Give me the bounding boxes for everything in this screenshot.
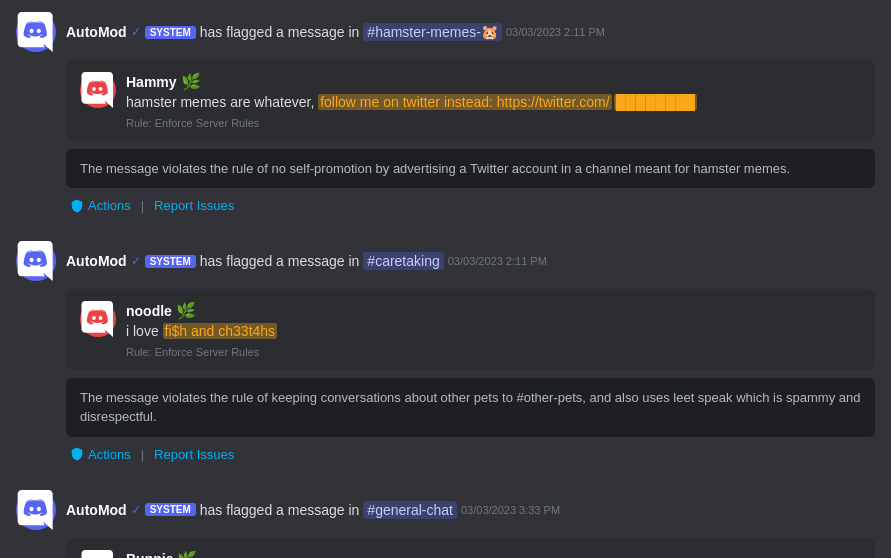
rule-label: Rule: Enforce Server Rules — [126, 117, 861, 129]
message-group-1: AutoMod✓SYSTEMhas flagged a message in#h… — [0, 0, 891, 229]
automod-name: AutoMod — [66, 502, 127, 518]
messages-list: AutoMod✓SYSTEMhas flagged a message in#h… — [0, 0, 891, 558]
system-badge: SYSTEM — [145, 255, 196, 268]
actions-row: Actions|Report Issues — [66, 196, 875, 229]
flag-text: has flagged a message in — [200, 24, 360, 40]
rule-label: Rule: Enforce Server Rules — [126, 346, 861, 358]
user-avatar — [80, 550, 116, 558]
verified-icon: ✓ — [131, 254, 141, 268]
channel-mention[interactable]: #general-chat — [363, 501, 457, 519]
redacted-text: ████████ — [614, 94, 697, 110]
channel-mention[interactable]: #caretaking — [363, 252, 443, 270]
message-content: Bunnie🌿햄찌들 다 죽이자!Rule: Enforce Server Ru… — [126, 550, 861, 558]
automod-avatar — [16, 490, 56, 530]
automod-name: AutoMod — [66, 24, 127, 40]
automod-avatar — [16, 241, 56, 281]
system-badge: SYSTEM — [145, 503, 196, 516]
leaf-badge: 🌿 — [181, 72, 201, 91]
automod-name: AutoMod — [66, 253, 127, 269]
message-content: Hammy🌿hamster memes are whatever, follow… — [126, 72, 861, 129]
message-group-2: AutoMod✓SYSTEMhas flagged a message in#c… — [0, 229, 891, 478]
username: noodle — [126, 303, 172, 319]
flagged-text: i love fi$h and ch33t4hs — [126, 322, 861, 342]
channel-mention[interactable]: #hamster-memes-🐹 — [363, 23, 502, 41]
separator: | — [141, 447, 144, 462]
actions-button[interactable]: Actions — [66, 196, 135, 215]
timestamp: 03/03/2023 3:33 PM — [461, 504, 560, 516]
message-group-3: AutoMod✓SYSTEMhas flagged a message in#g… — [0, 478, 891, 558]
violation-description: The message violates the rule of no self… — [66, 149, 875, 189]
verified-icon: ✓ — [131, 25, 141, 39]
violation-description: The message violates the rule of keeping… — [66, 378, 875, 437]
flagged-message-card: Bunnie🌿햄찌들 다 죽이자!Rule: Enforce Server Ru… — [66, 538, 875, 558]
system-badge: SYSTEM — [145, 26, 196, 39]
user-avatar — [80, 72, 116, 108]
report-issues-button[interactable]: Report Issues — [150, 196, 238, 215]
highlighted-text: follow me on twitter instead: https://tw… — [318, 94, 611, 110]
separator: | — [141, 198, 144, 213]
user-avatar — [80, 301, 116, 337]
actions-row: Actions|Report Issues — [66, 445, 875, 478]
username: Hammy — [126, 74, 177, 90]
flagged-text: hamster memes are whatever, follow me on… — [126, 93, 861, 113]
timestamp: 03/03/2023 2:11 PM — [506, 26, 605, 38]
verified-icon: ✓ — [131, 503, 141, 517]
flagged-message-card: Hammy🌿hamster memes are whatever, follow… — [66, 60, 875, 141]
flag-text: has flagged a message in — [200, 502, 360, 518]
report-issues-button[interactable]: Report Issues — [150, 445, 238, 464]
flagged-message-card: noodle🌿i love fi$h and ch33t4hsRule: Enf… — [66, 289, 875, 370]
username: Bunnie — [126, 551, 173, 558]
automod-avatar — [16, 12, 56, 52]
leaf-badge: 🌿 — [177, 550, 197, 558]
message-content: noodle🌿i love fi$h and ch33t4hsRule: Enf… — [126, 301, 861, 358]
highlighted-text: fi$h and ch33t4hs — [163, 323, 278, 339]
leaf-badge: 🌿 — [176, 301, 196, 320]
timestamp: 03/03/2023 2:11 PM — [448, 255, 547, 267]
flag-text: has flagged a message in — [200, 253, 360, 269]
actions-button[interactable]: Actions — [66, 445, 135, 464]
